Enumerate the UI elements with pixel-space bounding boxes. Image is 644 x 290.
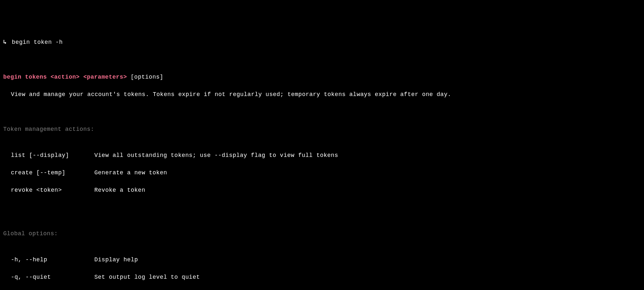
entered-command: begin token -h xyxy=(12,39,63,45)
prompt-arrow-icon: ↳ xyxy=(3,38,7,47)
prompt-line[interactable]: ↳ begin token -h xyxy=(3,38,641,47)
actions-header: Token management actions: xyxy=(3,125,641,134)
action-row: create [--temp]Generate a new token xyxy=(11,169,641,177)
actions-list: list [--display]View all outstanding tok… xyxy=(3,142,641,203)
action-desc: View all outstanding tokens; use --displ… xyxy=(94,151,641,160)
usage-syntax: begin tokens <action> <parameters> xyxy=(3,74,127,80)
option-desc: Set output log level to quiet xyxy=(94,273,641,282)
option-flag: -h, --help xyxy=(11,256,94,264)
action-cmd: list [--display] xyxy=(11,151,94,160)
usage-line: begin tokens <action> <parameters> [opti… xyxy=(3,73,641,82)
action-cmd: revoke <token> xyxy=(11,186,94,195)
usage-options: [options] xyxy=(127,74,163,80)
global-header: Global options: xyxy=(3,229,641,238)
usage-description: View and manage your account's tokens. T… xyxy=(3,90,641,99)
action-desc: Generate a new token xyxy=(94,169,641,177)
option-row: -q, --quietSet output log level to quiet xyxy=(11,273,641,282)
action-row: list [--display]View all outstanding tok… xyxy=(11,151,641,160)
option-desc: Display help xyxy=(94,256,641,264)
action-cmd: create [--temp] xyxy=(11,169,94,177)
global-list: -h, --helpDisplay help -q, --quietSet ou… xyxy=(3,247,641,290)
action-row: revoke <token>Revoke a token xyxy=(11,186,641,195)
option-flag: -q, --quiet xyxy=(11,273,94,282)
option-row: -h, --helpDisplay help xyxy=(11,256,641,264)
action-desc: Revoke a token xyxy=(94,186,641,195)
